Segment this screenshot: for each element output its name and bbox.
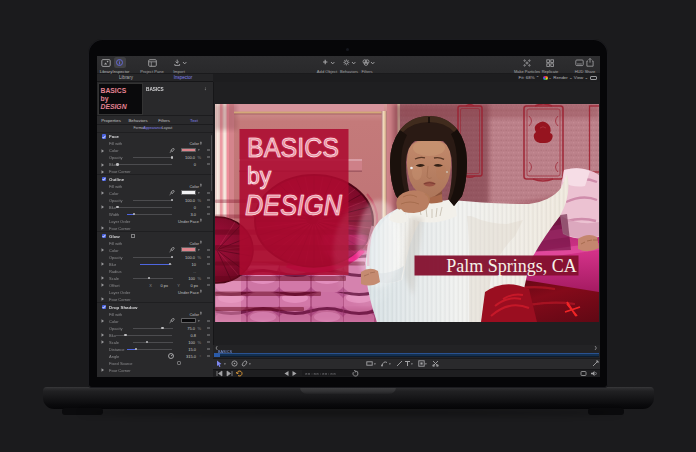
svg-text:by: by [247,163,272,189]
svg-text:DESIGN: DESIGN [245,189,342,221]
svg-text:Palm Springs, CA: Palm Springs, CA [446,256,577,276]
svg-text:BASICS: BASICS [247,132,339,163]
